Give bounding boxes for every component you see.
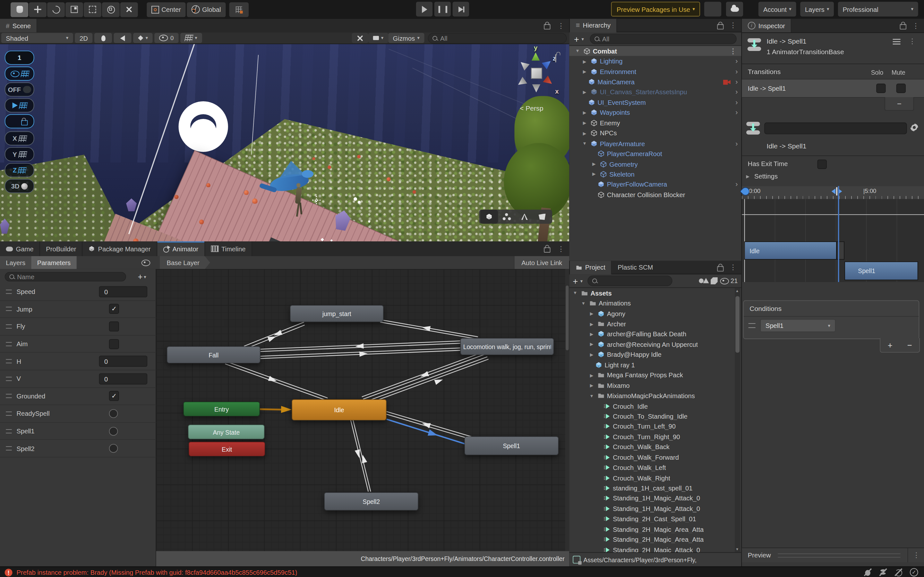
effects-dropdown[interactable]: ▾ (133, 33, 153, 43)
hidden-packages-toggle[interactable]: 21 (720, 277, 738, 284)
scene-grid-dropdown[interactable]: ▾ (180, 33, 202, 43)
add-object-button[interactable]: + (574, 34, 579, 44)
foldout-open-icon[interactable]: ▼ (572, 290, 579, 296)
overlay-axis-z[interactable]: Z (5, 163, 34, 177)
project-item-clip[interactable]: Crouch_Walk_Back (569, 442, 741, 452)
axis-y-cone[interactable] (531, 52, 540, 61)
foldout-icon[interactable]: ▶ (588, 383, 595, 388)
parameter-row-h[interactable]: H0 (0, 353, 156, 370)
project-item-agony[interactable]: ▶Agony (569, 308, 741, 319)
lock-icon[interactable] (900, 24, 906, 29)
hierarchy-item-playerfollowcamera[interactable]: PlayerFollowCamera› (569, 179, 741, 190)
hand-tool-button[interactable] (11, 2, 28, 17)
prefab-chevron-icon[interactable]: › (735, 110, 741, 115)
solo-checkbox[interactable] (876, 84, 885, 93)
scene-visibility-toggle[interactable]: 0 (154, 33, 178, 43)
kebab-menu-icon[interactable]: ⋮ (557, 246, 565, 251)
project-item-assets[interactable]: ▼Assets (569, 288, 741, 298)
transition-list-row[interactable]: Idle -> Spell1 (742, 79, 924, 98)
foldout-icon[interactable]: ▶ (581, 59, 588, 64)
project-item-clip[interactable]: Standing_2H_Magic_Area_Atta (569, 534, 741, 545)
state-node-spell1[interactable]: Spell1 (464, 436, 559, 455)
auto-live-link-button[interactable]: Auto Live Link (514, 256, 569, 269)
pause-button[interactable] (435, 2, 451, 17)
transition-name-field[interactable] (764, 122, 907, 134)
probuilder-edge-mode-button[interactable] (515, 210, 533, 224)
project-item-clip[interactable]: Crouch_Walk_Left (569, 463, 741, 473)
lock-icon[interactable] (544, 24, 550, 29)
foldout-icon[interactable]: ▶ (588, 332, 595, 337)
auto-refresh-disabled-icon[interactable] (894, 568, 903, 577)
settings-foldout[interactable]: ▶ Settings (744, 172, 778, 179)
kebab-menu-icon[interactable]: ⋮ (557, 23, 565, 29)
custom-tool-button[interactable] (120, 2, 138, 17)
hierarchy-item-lighting[interactable]: ▶Lighting› (569, 56, 741, 66)
trigger-radio[interactable] (109, 444, 118, 453)
hierarchy-item-geometry[interactable]: ▶Geometry (569, 159, 741, 169)
project-item-receiving-uppercut[interactable]: ▶archer@Receiving An Uppercut (569, 339, 741, 350)
axis-neg-cone[interactable] (516, 77, 527, 88)
preview-bar[interactable]: Preview ⋮ (742, 548, 924, 562)
hierarchy-item-npcs[interactable]: ▶NPCs (569, 128, 741, 138)
gizmo-lock-icon[interactable] (555, 54, 556, 63)
probuilder-object-mode-button[interactable] (480, 210, 498, 224)
foldout-open-icon[interactable]: ▼ (588, 393, 595, 398)
tab-hierarchy[interactable]: ≡Hierarchy (570, 19, 617, 32)
parameter-row-jump[interactable]: Jump✓ (0, 301, 156, 318)
scene-orientation-gizmo[interactable]: y z x (513, 51, 560, 98)
project-item-animations[interactable]: ▼Animations (569, 298, 741, 308)
foldout-icon[interactable]: ▶ (588, 321, 595, 327)
foldout-open-icon[interactable]: ▼ (581, 141, 588, 146)
play-button[interactable] (416, 2, 433, 17)
checkbox[interactable] (109, 322, 119, 332)
parameter-row-spell2[interactable]: Spell2 (0, 440, 156, 458)
tab-animator[interactable]: Animator (157, 242, 205, 256)
hierarchy-item-enemy[interactable]: ▶Enemy (569, 118, 741, 128)
foldout-open-icon[interactable]: ▼ (580, 301, 587, 306)
parameter-row-readyspell[interactable]: ReadySpell (0, 405, 156, 422)
presets-icon[interactable] (893, 39, 901, 45)
hierarchy-item-waypoints[interactable]: ▶Waypoints› (569, 107, 741, 118)
kebab-menu-icon[interactable]: ⋮ (912, 23, 919, 29)
hierarchy-item-playerarmature[interactable]: ▼PlayerArmature› (569, 139, 741, 149)
tab-package-manager[interactable]: Package Manager (83, 242, 157, 256)
scene-tools-button[interactable] (352, 33, 368, 43)
state-node-exit[interactable]: Exit (189, 442, 265, 456)
move-tool-button[interactable] (29, 2, 47, 17)
hierarchy-item-skeleton[interactable]: ▶Skeleton (569, 169, 741, 179)
state-node-fall[interactable]: Fall (167, 346, 260, 363)
trigger-radio[interactable] (109, 409, 118, 418)
project-item-clip[interactable]: Crouch_Walk_Right (569, 473, 741, 483)
scene-viewport[interactable]: 1 OFF X Y Z 3D y z x < Persp (0, 44, 569, 242)
axis-z-cone[interactable] (541, 58, 553, 69)
overlay-axis-y[interactable]: Y (5, 147, 34, 161)
axis-neg-cone[interactable] (518, 59, 530, 71)
lock-icon[interactable] (717, 266, 724, 271)
project-item-clip[interactable]: Standing_1H_Magic_Attack_0 (569, 504, 741, 514)
float-field[interactable]: 0 (99, 373, 148, 384)
project-item-archer[interactable]: ▶Archer (569, 319, 741, 329)
project-item-magicpack-folder[interactable]: ▼MixiamoMagicPackAnimations (569, 390, 741, 401)
project-item-falling-back-death[interactable]: ▶archer@Falling Back Death (569, 329, 741, 339)
parameter-row-fly[interactable]: Fly (0, 318, 156, 335)
layout-dropdown[interactable]: Professional▾ (838, 2, 918, 17)
foldout-icon[interactable]: ▶ (581, 131, 588, 136)
hierarchy-item-maincamera[interactable]: MainCamera › (569, 77, 741, 87)
overlay-lock[interactable] (5, 114, 34, 128)
project-item-clip[interactable]: Crouch_Walk_Forward (569, 452, 741, 463)
project-item-mixamo[interactable]: ▶Mixamo (569, 380, 741, 390)
overlay-snap-off[interactable]: OFF (5, 82, 34, 97)
state-node-spell2[interactable]: Spell2 (324, 492, 418, 511)
search-by-label-button[interactable] (711, 277, 718, 284)
project-scrollbar[interactable]: ▲ ▼ (735, 288, 740, 552)
step-button[interactable] (453, 2, 469, 17)
cache-server-disabled-icon[interactable] (879, 568, 888, 577)
lock-icon[interactable] (717, 24, 724, 29)
account-dropdown[interactable]: Account▾ (758, 2, 796, 17)
breadcrumb-base-layer[interactable]: Base Layer (160, 256, 210, 269)
project-item-light-ray-1[interactable]: Light ray 1 (569, 359, 741, 370)
hierarchy-item-ui-canvas[interactable]: ▶UI_Canvas_StarterAssetsInpu› (569, 87, 741, 97)
overlay-push-to-grid[interactable] (5, 98, 34, 113)
foldout-icon[interactable]: ▶ (588, 342, 595, 347)
remove-condition-button[interactable]: − (907, 340, 912, 350)
